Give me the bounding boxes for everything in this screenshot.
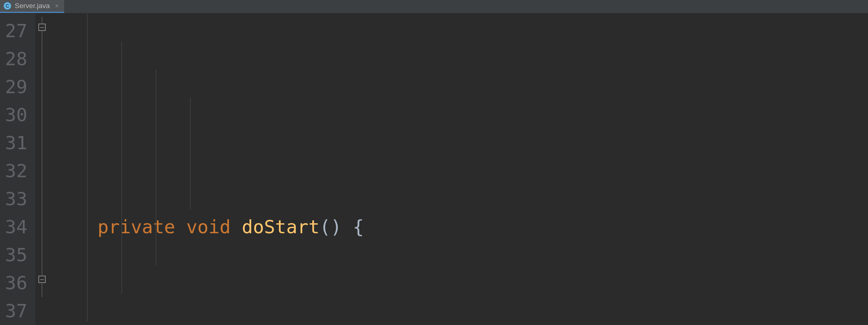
indent-guide bbox=[156, 69, 156, 265]
line-number: 36 bbox=[0, 269, 35, 297]
code-line[interactable]: private void doStart() { bbox=[53, 213, 868, 241]
line-number: 34 bbox=[0, 213, 35, 241]
close-icon[interactable]: × bbox=[55, 2, 59, 10]
line-number: 35 bbox=[0, 241, 35, 269]
tab-filename: Server.java bbox=[15, 2, 50, 10]
token-keyword: void bbox=[186, 213, 230, 241]
line-number: 27 bbox=[0, 17, 35, 45]
token-space bbox=[231, 213, 242, 241]
indent-guide bbox=[87, 13, 88, 321]
fold-gutter: − − bbox=[35, 13, 49, 325]
line-number: 32 bbox=[0, 157, 35, 185]
line-number: 30 bbox=[0, 101, 35, 129]
line-number: 37 bbox=[0, 297, 35, 325]
fold-collapse-icon[interactable]: − bbox=[38, 24, 46, 31]
fold-guide-line bbox=[42, 17, 42, 297]
token-plain: () { bbox=[320, 213, 364, 241]
indent-guide bbox=[190, 97, 191, 209]
line-number: 28 bbox=[0, 45, 35, 73]
tab-bar: C Server.java × bbox=[0, 0, 868, 13]
code-area[interactable]: private void doStart() { while (true) { … bbox=[49, 13, 868, 325]
line-number: 29 bbox=[0, 73, 35, 101]
editor-pane: 27 28 29 30 31 32 33 34 35 36 37 − − pri… bbox=[0, 13, 868, 325]
fold-collapse-icon[interactable]: − bbox=[38, 276, 46, 283]
tab-server-java[interactable]: C Server.java × bbox=[0, 0, 64, 13]
token-space bbox=[175, 213, 186, 241]
token-method-decl: doStart bbox=[242, 213, 320, 241]
line-number-gutter: 27 28 29 30 31 32 33 34 35 36 37 bbox=[0, 13, 35, 325]
indent-guide bbox=[121, 41, 122, 293]
indent bbox=[53, 213, 97, 241]
line-number: 33 bbox=[0, 185, 35, 213]
java-class-icon: C bbox=[4, 2, 11, 10]
line-number: 31 bbox=[0, 129, 35, 157]
token-keyword: private bbox=[97, 213, 175, 241]
